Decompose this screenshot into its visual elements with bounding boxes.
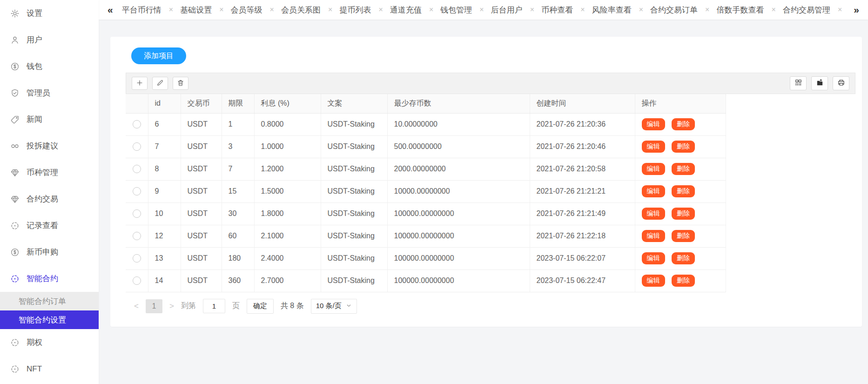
close-icon[interactable]: × (169, 6, 173, 14)
target-circle-icon (10, 221, 20, 230)
delete-button[interactable]: 删除 (672, 118, 695, 130)
edit-button[interactable]: 编辑 (642, 185, 665, 197)
delete-button[interactable]: 删除 (672, 141, 695, 153)
tab-0[interactable]: 平台币行情 × (122, 5, 173, 15)
edit-button[interactable]: 编辑 (642, 252, 665, 264)
row-radio[interactable] (133, 276, 141, 285)
sidebar-item-13[interactable]: 期权 (0, 329, 99, 356)
row-radio[interactable] (133, 165, 141, 173)
close-icon[interactable]: × (580, 6, 585, 14)
sidebar-item-14[interactable]: NFT (0, 356, 99, 382)
cell-coin: USDT (181, 202, 222, 225)
cell-min_deposit: 2000.00000000 (387, 158, 530, 180)
tab-9[interactable]: 风险率查看 × (592, 5, 643, 15)
confirm-page-button[interactable]: 确定 (247, 299, 274, 314)
tab-12[interactable]: 合约交易管理 × (783, 5, 842, 15)
sidebar-item-3[interactable]: 管理员 (0, 80, 99, 106)
target-circle-icon (10, 274, 20, 283)
add-row-button[interactable] (132, 77, 148, 90)
sidebar-item-label: 合约交易 (27, 194, 58, 204)
cell-term: 1 (222, 113, 254, 135)
cell-created: 2021-07-26 21:21:49 (530, 202, 635, 225)
close-icon[interactable]: × (705, 6, 709, 14)
delete-button[interactable]: 删除 (672, 275, 695, 287)
row-radio[interactable] (133, 142, 141, 151)
add-project-button[interactable]: 添加项目 (131, 47, 186, 64)
sidebar-subitem-12[interactable]: 智能合约设置 (0, 310, 99, 329)
row-radio[interactable] (133, 120, 141, 128)
sidebar-item-6[interactable]: 币种管理 (0, 159, 99, 186)
tab-10[interactable]: 合约交易订单 × (650, 5, 709, 15)
sidebar-item-1[interactable]: 用户 (0, 27, 99, 53)
edit-button[interactable]: 编辑 (642, 275, 665, 287)
export-button[interactable] (811, 76, 828, 90)
close-icon[interactable]: × (219, 6, 223, 14)
close-icon[interactable]: × (838, 6, 842, 14)
sidebar-item-7[interactable]: 合约交易 (0, 186, 99, 212)
sidebar-item-10[interactable]: 智能合约 (0, 265, 99, 292)
tab-bar: « 平台币行情 × 基础设置 × 会员等级 × 会员关系图 × 提币列表 × 通… (99, 0, 868, 20)
cell-actions: 编辑 删除 (635, 202, 726, 225)
edit-row-button[interactable] (152, 77, 168, 90)
delete-row-button[interactable] (173, 77, 188, 90)
close-icon[interactable]: × (479, 6, 484, 14)
delete-button[interactable]: 删除 (672, 230, 695, 242)
cell-id: 13 (148, 247, 181, 269)
close-icon[interactable]: × (328, 6, 332, 14)
tab-8[interactable]: 币种查看 × (541, 5, 585, 15)
sidebar-item-4[interactable]: 新闻 (0, 106, 99, 133)
current-page[interactable]: 1 (146, 299, 162, 313)
tabs-scroll-left-icon[interactable]: « (99, 0, 122, 20)
sidebar-item-5[interactable]: 投拆建议 (0, 133, 99, 159)
close-icon[interactable]: × (270, 6, 274, 14)
tab-list: 平台币行情 × 基础设置 × 会员等级 × 会员关系图 × 提币列表 × 通道充… (122, 5, 845, 15)
edit-button[interactable]: 编辑 (642, 163, 665, 175)
column-header: 创建时间 (530, 94, 635, 113)
tab-6[interactable]: 钱包管理 × (440, 5, 484, 15)
sidebar-item-2[interactable]: 钱包 (0, 53, 99, 80)
tab-2[interactable]: 会员等级 × (231, 5, 274, 15)
sidebar-item-0[interactable]: 设置 (0, 0, 99, 27)
close-icon[interactable]: × (530, 6, 534, 14)
row-radio[interactable] (133, 254, 141, 263)
sidebar-item-8[interactable]: 记录查看 (0, 212, 99, 239)
prev-page-button[interactable]: < (134, 302, 139, 311)
row-radio[interactable] (133, 232, 141, 240)
edit-button[interactable]: 编辑 (642, 230, 665, 242)
cell-created: 2021-07-26 21:20:36 (530, 113, 635, 135)
print-button[interactable] (833, 76, 849, 90)
tabs-scroll-right-icon[interactable]: » (845, 0, 868, 20)
delete-button[interactable]: 删除 (672, 185, 695, 197)
radio-column-header (126, 94, 148, 113)
sidebar-subitem-11[interactable]: 智能合约订单 (0, 292, 99, 310)
tab-5[interactable]: 通道充值 × (390, 5, 433, 15)
row-radio[interactable] (133, 187, 141, 195)
cell-min_deposit: 500.00000000 (387, 135, 530, 158)
gear-icon (10, 9, 20, 18)
cell-min_deposit: 10000.00000000 (387, 180, 530, 202)
tab-7[interactable]: 后台用户 × (491, 5, 534, 15)
tab-11[interactable]: 倍数手数查看 × (717, 5, 776, 15)
next-page-button[interactable]: > (169, 302, 174, 311)
delete-button[interactable]: 删除 (672, 163, 695, 175)
filter-columns-button[interactable] (790, 76, 807, 90)
edit-button[interactable]: 编辑 (642, 118, 665, 130)
delete-button[interactable]: 删除 (672, 252, 695, 264)
tab-4[interactable]: 提币列表 × (339, 5, 383, 15)
page-size-select[interactable]: 10 条/页 (311, 299, 357, 314)
tab-label: 通道充值 (390, 5, 422, 15)
close-icon[interactable]: × (429, 6, 433, 14)
row-radio[interactable] (133, 209, 141, 218)
close-icon[interactable]: × (639, 6, 643, 14)
sidebar-item-9[interactable]: 新币申购 (0, 239, 99, 265)
edit-button[interactable]: 编辑 (642, 141, 665, 153)
goto-page-input[interactable] (203, 299, 225, 313)
close-icon[interactable]: × (772, 6, 776, 14)
page-size-value: 10 条/页 (316, 302, 342, 310)
plus-icon (136, 79, 143, 88)
delete-button[interactable]: 删除 (672, 208, 695, 220)
edit-button[interactable]: 编辑 (642, 208, 665, 220)
close-icon[interactable]: × (378, 6, 383, 14)
tab-3[interactable]: 会员关系图 × (281, 5, 332, 15)
tab-1[interactable]: 基础设置 × (180, 5, 223, 15)
